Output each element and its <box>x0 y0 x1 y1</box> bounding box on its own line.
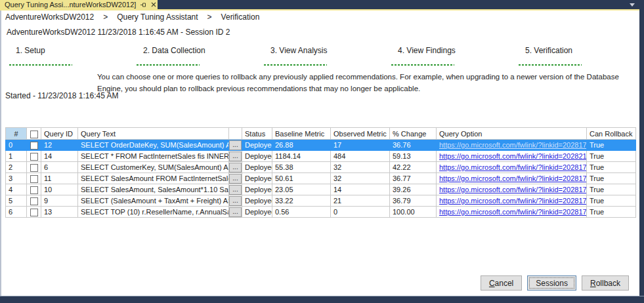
status-cell: Deployed <box>242 184 272 195</box>
breadcrumb-item-verification[interactable]: Verification <box>221 12 260 22</box>
can-rollback-cell: True <box>587 207 636 218</box>
percent-change-cell: 36.76 <box>390 140 437 151</box>
query-id-cell: 11 <box>41 173 78 184</box>
breadcrumb: AdventureWorksDW2012>Query Tuning Assist… <box>5 12 259 22</box>
table-row[interactable]: 410SELECT SalesAmount, SalesAmount*1.10 … <box>6 184 636 195</box>
can-rollback-cell: True <box>587 173 636 184</box>
window-border-right <box>639 0 644 303</box>
row-select-checkbox[interactable] <box>30 164 38 172</box>
table-row[interactable]: 012SELECT OrderDateKey, SUM(SalesAmount)… <box>6 140 636 151</box>
table-row[interactable]: 311SELECT SalesAmount FROM FactInternetS… <box>6 173 636 184</box>
query-text-cell: SELECT (SalesAmount + TaxAmt + Freight) … <box>78 195 229 207</box>
row-select-checkbox[interactable] <box>30 142 38 150</box>
wizard-step[interactable]: 5. Verification <box>517 45 644 66</box>
table-row[interactable]: 26SELECT CustomerKey, SUM(SalesAmount) A… <box>6 162 636 173</box>
query-option-link[interactable]: https://go.microsoft.com/fwlink/?linkid=… <box>439 197 587 205</box>
open-query-cell: ... <box>229 173 242 184</box>
row-select-checkbox[interactable] <box>30 209 38 216</box>
tab-list-dropdown-icon[interactable] <box>630 3 635 7</box>
open-query-button[interactable]: ... <box>229 152 242 161</box>
query-option-link[interactable]: https://go.microsoft.com/fwlink/?linkid=… <box>439 186 587 193</box>
col-header-observed-metric[interactable]: Observed Metric <box>331 128 390 140</box>
query-option-cell: https://go.microsoft.com/fwlink/?linkid=… <box>437 195 587 207</box>
query-id-cell: 9 <box>41 195 78 207</box>
breadcrumb-separator: > <box>103 12 108 22</box>
row-select-checkbox[interactable] <box>30 186 38 194</box>
col-header-open-query[interactable] <box>229 128 242 140</box>
cancel-button[interactable]: Cancel <box>481 275 522 291</box>
col-header-query-id[interactable]: Query ID <box>41 128 78 140</box>
sessions-button[interactable]: Sessions <box>527 275 576 291</box>
query-text-cell: SELECT TOP (10) r.ResellerName, r.Annual… <box>78 207 229 218</box>
open-query-button[interactable]: ... <box>229 174 242 184</box>
query-text-cell: SELECT CustomerKey, SUM(SalesAmount) AS … <box>78 162 229 173</box>
table-row[interactable]: 613SELECT TOP (10) r.ResellerName, r.Ann… <box>6 207 636 218</box>
col-header-query-text[interactable]: Query Text <box>78 128 229 140</box>
col-header-can-rollback[interactable]: Can Rollback <box>587 128 636 140</box>
open-query-button[interactable]: ... <box>229 196 242 206</box>
query-option-cell: https://go.microsoft.com/fwlink/?linkid=… <box>437 184 587 195</box>
percent-change-cell: 36.77 <box>390 173 437 184</box>
open-query-button[interactable]: ... <box>229 185 242 195</box>
query-option-link[interactable]: https://go.microsoft.com/fwlink/?linkid=… <box>439 208 587 216</box>
row-select-cell <box>27 151 41 162</box>
wizard-step[interactable]: 2. Data Collection <box>135 45 263 66</box>
percent-change-cell: 39.26 <box>390 184 437 195</box>
query-text-cell: SELECT SalesAmount, SalesAmount*1.10 Sal… <box>78 184 229 195</box>
col-header-percent-change[interactable]: % Change <box>390 128 437 140</box>
col-header-status[interactable]: Status <box>242 128 272 140</box>
open-query-button[interactable]: ... <box>229 163 242 172</box>
col-header-select[interactable] <box>27 128 41 140</box>
open-query-cell: ... <box>229 151 242 162</box>
table-row[interactable]: 59SELECT (SalesAmount + TaxAmt + Freight… <box>6 195 636 207</box>
query-option-link[interactable]: https://go.microsoft.com/fwlink/?linkid=… <box>439 174 587 182</box>
wizard-step[interactable]: 3. View Analysis <box>263 45 390 66</box>
row-select-cell <box>27 173 41 184</box>
pin-icon[interactable] <box>140 2 146 8</box>
open-query-button[interactable]: ... <box>229 140 242 150</box>
can-rollback-cell: True <box>587 140 636 151</box>
document-tab[interactable]: Query Tuning Assi...ntureWorksDW2012] <box>0 0 158 9</box>
query-id-cell: 12 <box>41 140 78 151</box>
col-header-row-number[interactable]: # <box>6 128 27 140</box>
query-option-link[interactable]: https://go.microsoft.com/fwlink/?linkid=… <box>439 141 587 149</box>
col-header-baseline-metric[interactable]: Baseline Metric <box>272 128 331 140</box>
step-label: 1. Setup <box>16 46 45 55</box>
open-query-button[interactable]: ... <box>229 207 242 217</box>
breadcrumb-item-query-tuning-assistant[interactable]: Query Tuning Assistant <box>117 12 198 22</box>
step-label: 4. View Findings <box>398 46 456 55</box>
percent-change-cell: 42.22 <box>390 162 437 173</box>
table-row[interactable]: 114SELECT * FROM FactInternetSales fis I… <box>6 151 636 162</box>
can-rollback-cell: True <box>587 162 636 173</box>
wizard-step[interactable]: 1. Setup <box>8 45 135 66</box>
status-cell: Deployed <box>242 162 272 173</box>
row-select-checkbox[interactable] <box>30 197 38 205</box>
window-border-left <box>0 10 1 296</box>
query-option-link[interactable]: https://go.microsoft.com/fwlink/?linkid=… <box>439 163 587 171</box>
percent-change-cell: 36.79 <box>390 195 437 207</box>
can-rollback-cell: True <box>587 184 636 195</box>
row-number-cell: 6 <box>6 207 27 218</box>
verification-table: #Query IDQuery TextStatusBaseline Metric… <box>5 127 636 218</box>
query-option-cell: https://go.microsoft.com/fwlink/?linkid=… <box>437 207 587 218</box>
wizard-step[interactable]: 4. View Findings <box>390 45 517 66</box>
row-select-checkbox[interactable] <box>30 153 38 161</box>
observed-metric-cell: 17 <box>331 140 390 151</box>
baseline-metric-cell: 33.22 <box>272 195 331 207</box>
observed-metric-cell: 14 <box>331 184 390 195</box>
row-number-cell: 1 <box>6 151 27 162</box>
col-header-query-option[interactable]: Query Option <box>437 128 587 140</box>
wizard-steps: 1. Setup2. Data Collection3. View Analys… <box>8 45 644 66</box>
query-option-link[interactable]: https://go.microsoft.com/fwlink/?linkid=… <box>439 152 587 160</box>
row-select-checkbox[interactable] <box>30 175 38 183</box>
can-rollback-cell: True <box>587 195 636 207</box>
rollback-button[interactable]: Rollback <box>582 275 629 291</box>
status-cell: Deployed <box>242 173 272 184</box>
document-tabstrip: Query Tuning Assi...ntureWorksDW2012] <box>0 0 644 9</box>
select-all-checkbox[interactable] <box>30 131 38 138</box>
percent-change-cell: 100.00 <box>390 207 437 218</box>
breadcrumb-item-adventureworksdw2012[interactable]: AdventureWorksDW2012 <box>5 12 94 22</box>
close-icon[interactable] <box>151 2 156 7</box>
baseline-metric-cell: 50.61 <box>272 173 331 184</box>
session-title: AdventureWorksDW2012 11/23/2018 1:16:45 … <box>7 28 230 37</box>
